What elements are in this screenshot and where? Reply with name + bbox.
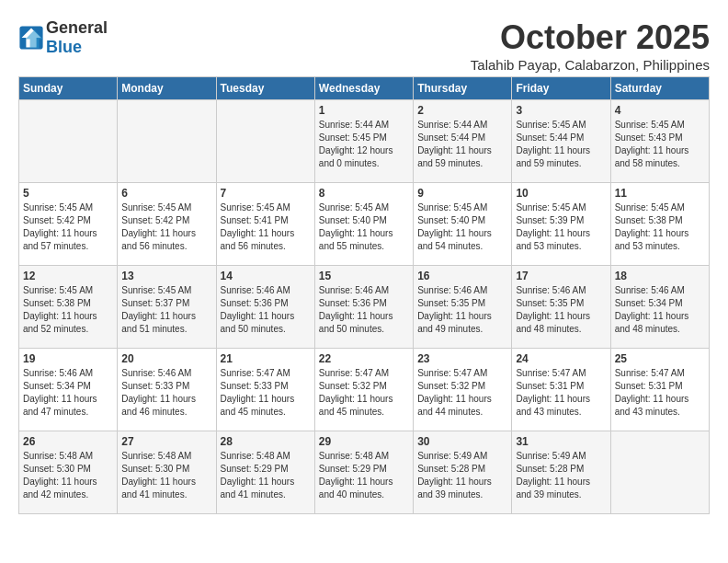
day-info: Sunrise: 5:48 AM Sunset: 5:29 PM Dayligh… (319, 450, 409, 501)
day-number: 9 (417, 187, 507, 200)
day-info: Sunrise: 5:45 AM Sunset: 5:40 PM Dayligh… (417, 201, 507, 253)
column-header-wednesday: Wednesday (314, 77, 413, 100)
calendar-cell: 13Sunrise: 5:45 AM Sunset: 5:37 PM Dayli… (118, 266, 216, 349)
day-info: Sunrise: 5:46 AM Sunset: 5:35 PM Dayligh… (516, 284, 606, 336)
day-info: Sunrise: 5:46 AM Sunset: 5:36 PM Dayligh… (319, 284, 409, 336)
day-info: Sunrise: 5:48 AM Sunset: 5:30 PM Dayligh… (121, 450, 211, 501)
day-number: 1 (319, 104, 409, 117)
calendar-cell: 18Sunrise: 5:46 AM Sunset: 5:34 PM Dayli… (610, 266, 709, 349)
day-info: Sunrise: 5:49 AM Sunset: 5:28 PM Dayligh… (417, 450, 507, 501)
calendar-cell: 24Sunrise: 5:47 AM Sunset: 5:31 PM Dayli… (512, 349, 610, 431)
calendar-week-5: 26Sunrise: 5:48 AM Sunset: 5:30 PM Dayli… (19, 431, 710, 514)
day-number: 21 (221, 352, 311, 365)
day-info: Sunrise: 5:45 AM Sunset: 5:42 PM Dayligh… (23, 201, 113, 253)
day-info: Sunrise: 5:45 AM Sunset: 5:44 PM Dayligh… (516, 119, 606, 170)
calendar-cell: 20Sunrise: 5:46 AM Sunset: 5:33 PM Dayli… (118, 349, 216, 431)
calendar-cell: 11Sunrise: 5:45 AM Sunset: 5:38 PM Dayli… (610, 183, 709, 266)
calendar-cell (216, 100, 314, 183)
calendar-week-3: 12Sunrise: 5:45 AM Sunset: 5:38 PM Dayli… (19, 266, 710, 349)
calendar-cell: 9Sunrise: 5:45 AM Sunset: 5:40 PM Daylig… (414, 183, 512, 266)
day-info: Sunrise: 5:49 AM Sunset: 5:28 PM Dayligh… (516, 450, 606, 501)
header: General Blue October 2025 Talahib Payap,… (18, 18, 710, 73)
day-info: Sunrise: 5:45 AM Sunset: 5:37 PM Dayligh… (121, 284, 211, 336)
day-number: 22 (319, 352, 409, 365)
day-number: 29 (319, 435, 409, 448)
day-info: Sunrise: 5:45 AM Sunset: 5:42 PM Dayligh… (121, 201, 211, 253)
day-number: 14 (221, 270, 311, 282)
calendar-cell: 16Sunrise: 5:46 AM Sunset: 5:35 PM Dayli… (414, 266, 512, 349)
day-number: 23 (417, 352, 507, 365)
calendar-cell: 8Sunrise: 5:45 AM Sunset: 5:40 PM Daylig… (314, 183, 413, 266)
calendar-cell: 4Sunrise: 5:45 AM Sunset: 5:43 PM Daylig… (610, 100, 709, 183)
calendar-cell: 30Sunrise: 5:49 AM Sunset: 5:28 PM Dayli… (414, 431, 512, 514)
calendar-cell: 25Sunrise: 5:47 AM Sunset: 5:31 PM Dayli… (610, 349, 709, 431)
calendar-cell: 7Sunrise: 5:45 AM Sunset: 5:41 PM Daylig… (216, 183, 314, 266)
calendar-cell: 12Sunrise: 5:45 AM Sunset: 5:38 PM Dayli… (19, 266, 118, 349)
day-number: 7 (221, 187, 311, 200)
day-number: 5 (23, 187, 113, 200)
calendar-cell: 15Sunrise: 5:46 AM Sunset: 5:36 PM Dayli… (314, 266, 413, 349)
day-info: Sunrise: 5:44 AM Sunset: 5:44 PM Dayligh… (417, 119, 507, 170)
calendar-header: SundayMondayTuesdayWednesdayThursdayFrid… (19, 77, 710, 100)
calendar-cell: 1Sunrise: 5:44 AM Sunset: 5:45 PM Daylig… (314, 100, 413, 183)
day-info: Sunrise: 5:47 AM Sunset: 5:32 PM Dayligh… (417, 367, 507, 419)
day-number: 10 (516, 187, 606, 200)
day-number: 25 (615, 352, 705, 365)
day-info: Sunrise: 5:45 AM Sunset: 5:41 PM Dayligh… (221, 201, 311, 253)
day-number: 17 (516, 270, 606, 282)
day-info: Sunrise: 5:46 AM Sunset: 5:36 PM Dayligh… (221, 284, 311, 336)
day-info: Sunrise: 5:47 AM Sunset: 5:31 PM Dayligh… (615, 367, 705, 419)
calendar-body: 1Sunrise: 5:44 AM Sunset: 5:45 PM Daylig… (19, 100, 710, 514)
day-info: Sunrise: 5:46 AM Sunset: 5:35 PM Dayligh… (417, 284, 507, 336)
logo-general-text: General (46, 18, 108, 37)
day-number: 16 (417, 270, 507, 282)
day-number: 4 (615, 104, 705, 117)
calendar-week-4: 19Sunrise: 5:46 AM Sunset: 5:34 PM Dayli… (19, 349, 710, 431)
day-number: 12 (23, 270, 113, 282)
day-info: Sunrise: 5:46 AM Sunset: 5:33 PM Dayligh… (121, 367, 211, 419)
day-number: 8 (319, 187, 409, 200)
day-number: 24 (516, 352, 606, 365)
day-number: 27 (121, 435, 211, 448)
day-number: 18 (615, 270, 705, 282)
day-info: Sunrise: 5:45 AM Sunset: 5:38 PM Dayligh… (23, 284, 113, 336)
day-number: 2 (417, 104, 507, 117)
day-number: 15 (319, 270, 409, 282)
calendar-cell: 3Sunrise: 5:45 AM Sunset: 5:44 PM Daylig… (512, 100, 610, 183)
calendar-cell: 6Sunrise: 5:45 AM Sunset: 5:42 PM Daylig… (118, 183, 216, 266)
calendar-cell (610, 431, 709, 514)
day-info: Sunrise: 5:48 AM Sunset: 5:30 PM Dayligh… (23, 450, 113, 501)
day-info: Sunrise: 5:45 AM Sunset: 5:43 PM Dayligh… (615, 119, 705, 170)
column-header-saturday: Saturday (610, 77, 709, 100)
month-title: October 2025 (471, 18, 710, 57)
day-info: Sunrise: 5:48 AM Sunset: 5:29 PM Dayligh… (221, 450, 311, 501)
day-info: Sunrise: 5:46 AM Sunset: 5:34 PM Dayligh… (23, 367, 113, 419)
column-header-thursday: Thursday (414, 77, 512, 100)
day-number: 19 (23, 352, 113, 365)
column-header-tuesday: Tuesday (216, 77, 314, 100)
day-number: 26 (23, 435, 113, 448)
calendar-cell: 5Sunrise: 5:45 AM Sunset: 5:42 PM Daylig… (19, 183, 118, 266)
calendar-cell: 28Sunrise: 5:48 AM Sunset: 5:29 PM Dayli… (216, 431, 314, 514)
day-info: Sunrise: 5:45 AM Sunset: 5:39 PM Dayligh… (516, 201, 606, 253)
day-info: Sunrise: 5:47 AM Sunset: 5:33 PM Dayligh… (221, 367, 311, 419)
calendar-week-2: 5Sunrise: 5:45 AM Sunset: 5:42 PM Daylig… (19, 183, 710, 266)
day-info: Sunrise: 5:44 AM Sunset: 5:45 PM Dayligh… (319, 119, 409, 170)
day-number: 20 (121, 352, 211, 365)
calendar-cell: 2Sunrise: 5:44 AM Sunset: 5:44 PM Daylig… (414, 100, 512, 183)
column-header-sunday: Sunday (19, 77, 118, 100)
day-number: 28 (221, 435, 311, 448)
calendar-cell: 29Sunrise: 5:48 AM Sunset: 5:29 PM Dayli… (314, 431, 413, 514)
calendar-week-1: 1Sunrise: 5:44 AM Sunset: 5:45 PM Daylig… (19, 100, 710, 183)
calendar-cell: 19Sunrise: 5:46 AM Sunset: 5:34 PM Dayli… (19, 349, 118, 431)
calendar-cell (118, 100, 216, 183)
calendar-cell: 17Sunrise: 5:46 AM Sunset: 5:35 PM Dayli… (512, 266, 610, 349)
calendar-cell: 10Sunrise: 5:45 AM Sunset: 5:39 PM Dayli… (512, 183, 610, 266)
calendar-cell: 21Sunrise: 5:47 AM Sunset: 5:33 PM Dayli… (216, 349, 314, 431)
column-header-friday: Friday (512, 77, 610, 100)
logo-icon (18, 25, 44, 51)
column-header-monday: Monday (118, 77, 216, 100)
calendar-cell: 14Sunrise: 5:46 AM Sunset: 5:36 PM Dayli… (216, 266, 314, 349)
calendar-table: SundayMondayTuesdayWednesdayThursdayFrid… (18, 76, 710, 514)
day-number: 3 (516, 104, 606, 117)
